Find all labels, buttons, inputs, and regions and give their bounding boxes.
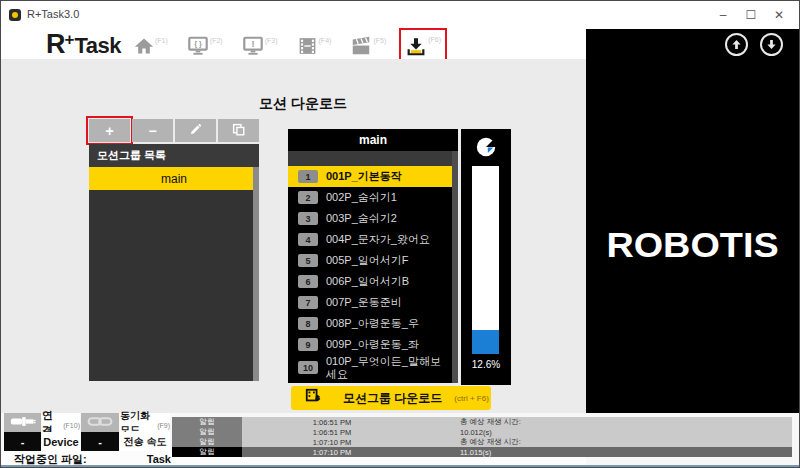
motion-number-badge: 7 [298,296,318,309]
log-time: 1:06:51 PM [242,417,422,427]
app-icon [9,9,21,21]
svg-text:!: ! [251,39,254,49]
working-file-value: Task [147,453,171,465]
log-time: 1:07:10 PM [242,437,422,447]
sync-mode-button[interactable]: 동기화 모드 (F9) [120,413,170,432]
logo-plus: + [65,30,75,49]
film-download-icon [305,388,321,408]
pie-progress-icon [475,136,497,162]
status-bar: 연결 (F10) 동기화 모드 (F9) - Device - 전송 속도 알 [1,413,799,467]
motion-number-badge: 2 [298,191,318,204]
download-circle-button[interactable] [760,33,783,56]
code-monitor-icon: { } [187,35,209,61]
group-list-header: 모션그룹 목록 [89,144,259,167]
motion-number-badge: 9 [298,338,318,351]
motion-label: 001P_기본동작 [326,170,402,183]
sync-link-button[interactable] [81,413,119,432]
motion-group-download-button[interactable]: 모션그룹 다운로드 (ctrl + F6) [291,386,491,410]
alert-monitor-icon: ! [242,35,264,61]
log-type: 알림 [172,417,242,427]
notification-log: 알림 1:06:51 PM 총 예상 재생 시간: 알림 1:06:51 PM … [172,417,792,452]
close-button[interactable]: ✕ [765,1,793,29]
log-row[interactable]: 알림 1:06:51 PM 10.012(s) [172,427,792,437]
motion-row[interactable]: 6 006P_일어서기B [288,271,458,292]
upload-circle-button[interactable] [725,33,748,56]
minus-icon: − [148,123,156,139]
speed-value-text: - [98,436,102,448]
group-item-main[interactable]: main [89,167,259,190]
motion-label: 004P_문자가_왔어요 [326,233,430,246]
download-icon [405,34,427,62]
motion-number-badge: 3 [298,212,318,225]
download-button-label: 모션그룹 다운로드 [343,390,442,407]
log-row[interactable]: 알림 1:07:10 PM 총 예상 재생 시간: [172,437,792,447]
device-value: - [4,432,41,451]
main-content: 모션 다운로드 + − 모션그룹 목록 ma [1,59,586,413]
clapperboard-shortcut: (F5) [373,37,386,44]
app-window: R+Task3.0 – ☐ ✕ R+Task (F1) { } (F2) [0,0,800,468]
motion-list: 1 001P_기본동작 2 002P_숨쉬기1 3 003P_숨쉬기2 4 00… [288,166,458,383]
motion-label: 010P_무엇이든_말해보세요 [326,355,448,380]
motion-label: 002P_숨쉬기1 [326,191,397,204]
connect-button[interactable]: 연결 (F10) [42,413,80,432]
log-type: 알림 [172,437,242,447]
usb-icon [10,414,36,432]
motion-number-badge: 8 [298,317,318,330]
copy-group-button[interactable] [218,119,259,142]
motion-list-spacer [288,151,458,166]
motion-row[interactable]: 2 002P_숨쉬기1 [288,187,458,208]
clapperboard-icon [350,35,372,61]
logo-r: R [46,29,65,59]
speed-value: - [81,432,119,451]
log-message: 11.015(s) [422,447,792,457]
log-row[interactable]: 알림 1:07:10 PM 11.015(s) [172,447,792,457]
group-list: main [89,167,259,381]
device-label: Device [42,432,80,451]
alert-monitor-shortcut: (F3) [265,37,278,44]
motion-label: 006P_일어서기B [326,275,409,288]
log-message: 총 예상 재생 시간: [422,437,792,447]
motion-row[interactable]: 3 003P_숨쉬기2 [288,208,458,229]
log-type: 알림 [172,447,242,457]
svg-text:{ }: { } [194,39,202,48]
speed-label: 전송 속도 [120,432,170,451]
remove-group-button[interactable]: − [132,119,173,142]
speed-label-text: 전송 속도 [124,435,167,449]
motion-label: 009P_아령운동_좌 [326,338,419,351]
usb-connect-button[interactable] [4,413,41,432]
device-label-text: Device [43,436,78,448]
title-bar: R+Task3.0 – ☐ ✕ [1,1,799,29]
group-toolbar: + − [89,119,259,142]
motion-row[interactable]: 8 008P_아령운동_우 [288,313,458,334]
device-value-text: - [21,436,25,448]
minimize-button[interactable]: – [709,1,737,29]
log-message: 총 예상 재생 시간: [422,417,792,427]
motion-list-scrollbar[interactable] [452,151,458,383]
progress-track [472,166,499,354]
log-time: 1:07:10 PM [242,447,422,457]
motion-label: 003P_숨쉬기2 [326,212,397,225]
motion-label: 007P_운동준비 [326,296,402,309]
motion-row[interactable]: 9 009P_아령운동_좌 [288,334,458,355]
motion-row[interactable]: 1 001P_기본동작 [288,166,458,187]
download-button-shortcut: (ctrl + F6) [454,394,488,403]
edit-group-button[interactable] [175,119,216,142]
motion-row[interactable]: 10 010P_무엇이든_말해보세요 [288,355,458,380]
bottom-divider [1,465,799,467]
log-message: 10.012(s) [422,427,792,437]
maximize-button[interactable]: ☐ [737,1,765,29]
download-progress-panel: 12.6% [461,129,511,385]
motion-group-panel: 모션그룹 목록 main [89,144,259,381]
log-type: 알림 [172,427,242,437]
add-group-button[interactable]: + [89,119,130,142]
sync-mode-shortcut: (F9) [157,422,170,429]
log-row[interactable]: 알림 1:06:51 PM 총 예상 재생 시간: [172,417,792,427]
motion-row[interactable]: 4 004P_문자가_왔어요 [288,229,458,250]
connect-shortcut: (F10) [63,422,80,429]
right-brand-panel: ROBOTIS [586,29,799,467]
motion-row[interactable]: 7 007P_운동준비 [288,292,458,313]
motion-number-badge: 10 [298,361,318,374]
page-title: 모션 다운로드 [259,95,347,113]
motion-row[interactable]: 5 005P_일어서기F [288,250,458,271]
group-list-scrollbar[interactable] [253,167,259,381]
